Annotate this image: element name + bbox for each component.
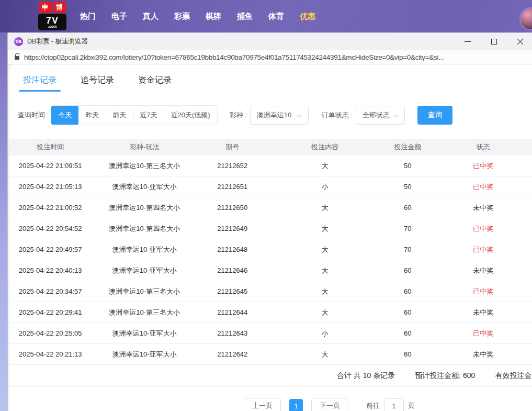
table-body: 2025-04-22 21:09:51 澳洲幸运10-第三名大小 2121265… <box>9 155 532 365</box>
cell-bet-time: 2025-04-22 20:40:13 <box>9 266 91 274</box>
column-header: 投注内容 <box>267 142 383 152</box>
user-avatar[interactable] <box>519 7 532 30</box>
cell-bet-amount: 50 <box>383 183 432 191</box>
cell-bet-content: 大 <box>267 308 383 317</box>
cell-bet-content: 大 <box>267 266 383 275</box>
brand-logo-badges: 申 博 <box>39 2 66 13</box>
nav-item[interactable]: 捕鱼 <box>229 12 261 21</box>
cell-issue-number: 21212643 <box>198 329 267 337</box>
nav-item[interactable]: 棋牌 <box>198 12 229 21</box>
cell-issue-number: 21212650 <box>198 204 267 212</box>
status-select-value: 全部状态 <box>363 110 390 120</box>
maximize-button[interactable] <box>488 36 500 48</box>
cell-issue-number: 21212648 <box>198 246 267 253</box>
cell-issue-number: 21212644 <box>198 308 267 316</box>
table-row[interactable]: 2025-04-22 20:25:05 澳洲幸运10-亚军大小 21212643… <box>9 323 532 344</box>
nav-item[interactable]: 彩票 <box>166 12 198 21</box>
brand-logo-mark: 7V .com <box>38 14 66 30</box>
cell-status: 未中奖 <box>432 203 532 213</box>
status-select[interactable]: 全部状态 <box>356 106 405 125</box>
tab[interactable]: 投注记录 <box>23 75 56 94</box>
cell-bet-content: 大 <box>267 203 383 213</box>
cell-bet-content: 大 <box>267 224 383 234</box>
url-text[interactable]: https://ctop02pcali.2kbxi392.com/lottery… <box>24 53 444 61</box>
cell-bet-amount: 60 <box>383 204 432 212</box>
close-icon <box>517 38 524 45</box>
cell-game-play: 澳洲幸运10-亚军大小 <box>91 266 198 275</box>
column-header: 彩种-玩法 <box>91 142 198 152</box>
summary-total-records: 合计 共 10 条记录 <box>337 371 395 381</box>
table-row[interactable]: 2025-04-22 20:49:57 澳洲幸运10-亚军大小 21212648… <box>9 239 532 260</box>
nav-item[interactable]: 体育 <box>261 12 292 21</box>
cell-bet-amount: 60 <box>383 350 432 358</box>
goto-page-input[interactable] <box>384 398 404 411</box>
app-icon: DB <box>14 37 23 46</box>
time-option[interactable]: 近7天 <box>133 106 164 125</box>
time-option[interactable]: 前天 <box>106 106 133 125</box>
nav-item[interactable]: 真人 <box>135 12 166 21</box>
table-row[interactable]: 2025-04-22 20:29:41 澳洲幸运10-第三名大小 2121264… <box>9 302 532 323</box>
cell-bet-amount: 60 <box>383 287 432 295</box>
minimize-button[interactable] <box>461 36 474 48</box>
table-summary-items: 合计 共 10 条记录 预计投注金额: 600 有效投注金额 <box>337 365 532 386</box>
column-header: 期号 <box>198 142 267 152</box>
table-row[interactable]: 2025-04-22 21:00:52 澳洲幸运10-第四名大小 2121265… <box>9 197 532 218</box>
table-row[interactable]: 2025-04-22 20:40:13 澳洲幸运10-亚军大小 21212646… <box>9 260 532 281</box>
window-titlebar[interactable]: DB DB彩票 - 极速浏览器 <box>8 33 532 50</box>
brand-badge-1: 申 <box>39 2 52 13</box>
cell-bet-time: 2025-04-22 21:05:13 <box>9 183 91 191</box>
site-header: 申 博 7V .com 热门电子真人彩票棋牌捕鱼体育优惠 <box>0 0 532 32</box>
cell-status: 已中奖 <box>432 224 532 234</box>
nav-item[interactable]: 电子 <box>104 12 135 21</box>
next-page-button[interactable]: 下一页 <box>311 398 348 411</box>
cell-game-play: 澳洲幸运10-亚军大小 <box>91 245 198 254</box>
close-button[interactable] <box>514 36 526 48</box>
address-bar[interactable]: https://ctop02pcali.2kbxi392.com/lottery… <box>8 50 532 64</box>
tab[interactable]: 追号记录 <box>81 75 114 94</box>
goto-page-group: 前往 页 <box>366 398 415 411</box>
cell-bet-content: 大 <box>267 161 383 171</box>
table-row[interactable]: 2025-04-22 21:05:13 澳洲幸运10-亚军大小 21212651… <box>9 176 532 197</box>
table-row[interactable]: 2025-04-22 20:34:57 澳洲幸运10-第三名大小 2121264… <box>9 281 532 302</box>
nav-item[interactable]: 优惠 <box>292 12 323 21</box>
cell-bet-amount: 70 <box>383 246 432 253</box>
cell-bet-time: 2025-04-22 21:09:51 <box>9 162 91 170</box>
window-controls <box>461 36 526 48</box>
nav-item[interactable]: 热门 <box>72 12 104 21</box>
summary-valid-amount: 有效投注金额 <box>495 371 532 381</box>
bet-records-table: 投注时间彩种-玩法期号投注内容投注金额状态 2025-04-22 21:09:5… <box>9 139 532 387</box>
tab[interactable]: 资金记录 <box>138 75 172 94</box>
cell-status: 已中奖 <box>432 329 532 338</box>
lottery-select[interactable]: 澳洲幸运10 <box>250 106 309 125</box>
cell-bet-time: 2025-04-22 20:34:57 <box>9 287 91 295</box>
time-option[interactable]: 近20天(低频) <box>164 106 217 125</box>
search-button[interactable]: 查询 <box>417 106 452 125</box>
chevron-down-icon <box>393 112 398 117</box>
time-option[interactable]: 昨天 <box>78 106 106 125</box>
browser-window: DB DB彩票 - 极速浏览器 https://ctop02pcali.2kbx… <box>7 32 532 411</box>
main-nav: 热门电子真人彩票棋牌捕鱼体育优惠 <box>72 0 323 32</box>
cell-game-play: 澳洲幸运10-第三名大小 <box>91 287 198 296</box>
brand-logo-domain: .com <box>48 25 56 28</box>
cell-bet-amount: 60 <box>383 329 432 337</box>
cell-status: 已中奖 <box>432 161 532 171</box>
table-summary-row: 合计 共 10 条记录 预计投注金额: 600 有效投注金额 <box>9 365 532 387</box>
lottery-filter-label: 彩种 : <box>230 110 247 120</box>
table-row[interactable]: 2025-04-22 20:54:52 澳洲幸运10-第四名大小 2121264… <box>9 218 532 239</box>
cell-bet-time: 2025-04-22 20:29:41 <box>9 308 91 316</box>
cell-issue-number: 21212646 <box>198 266 267 274</box>
cell-bet-time: 2025-04-22 20:25:05 <box>9 329 91 337</box>
time-filter-group: 今天昨天前天近7天近20天(低频) <box>51 105 217 125</box>
table-row[interactable]: 2025-04-22 20:21:13 澳洲幸运10-亚军大小 21212642… <box>9 344 532 365</box>
page-number-1[interactable]: 1 <box>289 399 303 411</box>
cell-status: 已中奖 <box>432 287 532 296</box>
cell-game-play: 澳洲幸运10-第三名大小 <box>91 308 198 317</box>
cell-game-play: 澳洲幸运10-亚军大小 <box>91 329 198 338</box>
cell-bet-amount: 70 <box>383 225 432 232</box>
table-row[interactable]: 2025-04-22 21:09:51 澳洲幸运10-第三名大小 2121265… <box>9 155 532 176</box>
cell-bet-time: 2025-04-22 20:54:52 <box>9 225 91 232</box>
cell-issue-number: 21212642 <box>198 350 267 358</box>
time-option[interactable]: 今天 <box>51 105 78 125</box>
maximize-icon <box>491 39 497 45</box>
prev-page-button[interactable]: 上一页 <box>244 398 281 411</box>
